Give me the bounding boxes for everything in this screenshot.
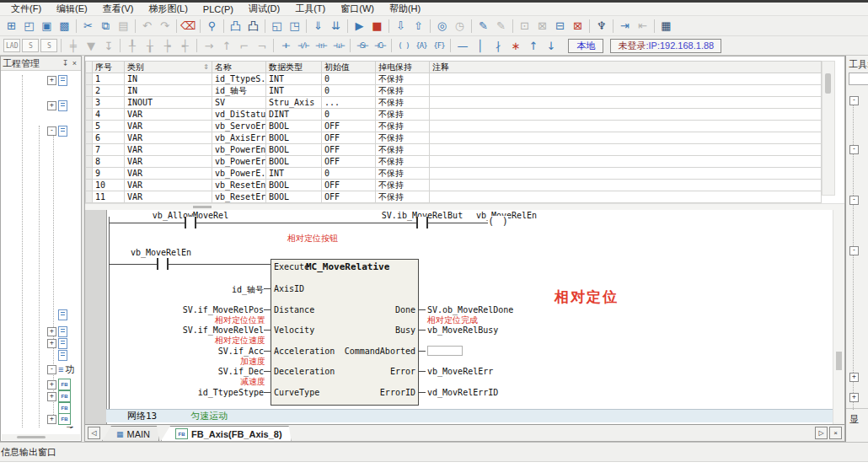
upload-from-plc-icon[interactable]: ⇧ xyxy=(410,19,426,34)
project-tree-item-12[interactable]: ≡函 xyxy=(47,425,74,428)
collapse-icon[interactable]: - xyxy=(47,365,56,374)
compile-all-icon[interactable]: ⇊ xyxy=(328,19,344,34)
project-tree-item-9[interactable]: +FB xyxy=(47,390,71,402)
rung2-contact-label[interactable]: vb_MoveRelEn xyxy=(115,248,207,257)
arrow-down-icon[interactable]: ↓ xyxy=(543,38,559,53)
toolbox-search-box[interactable] xyxy=(849,73,868,85)
login-status-box[interactable]: 未登录:IP:192.168.1.88 xyxy=(610,39,721,53)
project-tree-item-6[interactable] xyxy=(47,350,67,361)
expand-icon[interactable]: + xyxy=(47,392,56,401)
del-element-icon[interactable]: ∗ xyxy=(507,38,523,53)
undo-icon[interactable]: ↶ xyxy=(139,19,155,34)
tab-close-button[interactable]: × xyxy=(829,427,842,439)
fb-output-operand-Done[interactable]: SV.ob_MoveRelDone xyxy=(427,305,513,314)
project-tree-item-8[interactable]: +FB xyxy=(47,379,71,390)
collapse-icon[interactable]: - xyxy=(849,246,859,255)
table-vertical-scrollbar[interactable] xyxy=(822,61,835,196)
project-tree-item-7[interactable]: -≡功 xyxy=(47,363,74,376)
line-up-icon[interactable]: ↑ xyxy=(218,38,234,53)
col-header-retain[interactable]: 掉电保持 xyxy=(376,62,430,73)
table-row[interactable]: 3INOUTSVStru_Axis...不保持 xyxy=(86,97,822,109)
write-icon[interactable]: ✎ xyxy=(475,19,491,34)
open-project-icon[interactable]: ◰ xyxy=(21,19,37,34)
paste-icon[interactable]: ▤ xyxy=(115,19,131,34)
expand-icon[interactable]: + xyxy=(849,393,859,402)
hline-icon[interactable]: — xyxy=(454,38,470,53)
monitor-icon[interactable]: ◎ xyxy=(434,19,450,34)
project-tree-item-11[interactable]: +FB xyxy=(47,413,71,425)
table-row[interactable]: 10VARvb_ResetEnBOOLOFF不保持 xyxy=(86,180,822,191)
project-tree-item-4[interactable]: + xyxy=(47,326,67,337)
project-tree-item-10[interactable]: FB xyxy=(47,402,71,414)
run-icon[interactable]: ▶ xyxy=(351,19,367,34)
local-mode-button[interactable]: 本地 xyxy=(568,39,603,53)
fb-input-operand-Acceleration[interactable]: SV.if_Acc xyxy=(85,347,264,356)
row-select-gutter[interactable] xyxy=(86,73,93,85)
contact-no-icon[interactable]: ⊣⊢ xyxy=(277,38,293,53)
line-right-icon[interactable]: → xyxy=(201,38,217,53)
download-to-plc-icon[interactable]: ⇩ xyxy=(393,19,409,34)
row-select-gutter[interactable] xyxy=(86,85,93,97)
menu-item-1[interactable]: 编辑(E) xyxy=(49,3,95,15)
lad-mode-icon[interactable]: LAD xyxy=(3,39,20,52)
expand-icon[interactable]: + xyxy=(47,76,56,85)
ladder-vertical-scrollbar[interactable] xyxy=(833,210,844,424)
expand-icon[interactable]: + xyxy=(47,101,56,110)
window-new-icon[interactable]: ◳ xyxy=(287,19,303,34)
arrow-up-icon[interactable]: ↑ xyxy=(525,38,541,53)
output-window-titlebar[interactable]: 信息输出窗口 xyxy=(0,442,868,461)
menu-item-6[interactable]: 工具(T) xyxy=(287,3,333,15)
tab-scroll-left-button[interactable]: ◁ xyxy=(88,427,100,439)
print-preview-icon[interactable]: 凸 xyxy=(228,19,244,34)
row-select-gutter[interactable] xyxy=(86,168,93,180)
table-row[interactable]: 2INid_轴号INT0不保持 xyxy=(86,85,822,97)
project-tree-item-3[interactable] xyxy=(47,309,67,320)
menu-item-8[interactable]: 帮助(H) xyxy=(382,3,428,15)
table-horizontal-scrollbar[interactable] xyxy=(85,203,844,210)
menu-item-3[interactable]: 梯形图(L) xyxy=(141,3,195,15)
delete-network-icon[interactable]: ⊠ xyxy=(570,19,586,34)
find-icon[interactable]: ⚲ xyxy=(204,19,220,34)
collapse-icon[interactable]: - xyxy=(849,196,859,205)
force-write-icon[interactable]: ✎ xyxy=(493,19,509,34)
tab-main[interactable]: ▦ MAIN xyxy=(102,426,159,441)
expand-icon[interactable]: + xyxy=(849,373,859,382)
col-header-index[interactable]: 序号 xyxy=(93,62,125,73)
menu-item-5[interactable]: 调试(D) xyxy=(241,3,287,15)
fb-output-operand-Error[interactable]: vb_MoveRelErr xyxy=(427,367,493,376)
expand-icon[interactable]: + xyxy=(47,339,56,348)
print-icon[interactable]: 凸 xyxy=(245,19,261,34)
fb-input-operand-Velocity[interactable]: SV.if_MoveRelVel xyxy=(85,325,264,335)
expand-icon[interactable]: + xyxy=(47,415,56,424)
expand-icon[interactable]: + xyxy=(47,327,56,336)
pin-icon[interactable]: ↧ xyxy=(61,59,70,67)
table-row[interactable]: 7VARvb_PowerEnBOOLOFF不保持 xyxy=(86,144,822,156)
table-row[interactable]: 6VARvb_AxisErrBOOLOFF不保持 xyxy=(86,132,822,144)
tab-scroll-right-button[interactable]: ▷ xyxy=(815,427,828,439)
cut-icon[interactable]: ✂ xyxy=(80,19,96,34)
fb-input-operand-AxisID[interactable]: id_轴号 xyxy=(85,284,264,296)
row-select-gutter[interactable] xyxy=(86,109,93,121)
insert-row-icon[interactable]: ╪ xyxy=(65,38,81,53)
test-connection-icon[interactable]: ♆ xyxy=(593,19,609,34)
reset-coil-icon[interactable]: ⊣C⊢ xyxy=(372,38,388,53)
branch-close-icon[interactable]: ╁ xyxy=(142,38,158,53)
table-row[interactable]: 1INid_TtypeS...INT0不保持 xyxy=(86,73,822,85)
table-row[interactable]: 4VARvd_DiStatusDINT0不保持 xyxy=(86,109,822,121)
collapse-icon[interactable]: - xyxy=(47,126,56,136)
row-select-gutter[interactable] xyxy=(86,156,93,168)
compile-icon[interactable]: ⇓ xyxy=(310,19,326,34)
fb-input-operand-CurveType[interactable]: id_TtypeStype xyxy=(85,388,264,397)
logout-icon[interactable]: ⇤ xyxy=(635,19,651,34)
menu-item-0[interactable]: 文件(F) xyxy=(3,3,49,15)
cross-ref-icon[interactable]: ⊡ xyxy=(517,19,533,34)
toolbox-bottom-tab[interactable]: 显 xyxy=(849,413,859,426)
append-row-icon[interactable]: ↧ xyxy=(100,38,116,53)
col-header-name[interactable]: 名称 xyxy=(212,62,266,73)
collapse-icon[interactable]: - xyxy=(849,145,859,154)
collapse-icon[interactable]: - xyxy=(849,96,859,105)
row-select-gutter[interactable] xyxy=(86,121,93,132)
vline-icon[interactable]: │ xyxy=(472,38,488,53)
project-tree-item-5[interactable]: + xyxy=(47,338,67,349)
coil-icon[interactable]: ( ) xyxy=(395,38,411,53)
